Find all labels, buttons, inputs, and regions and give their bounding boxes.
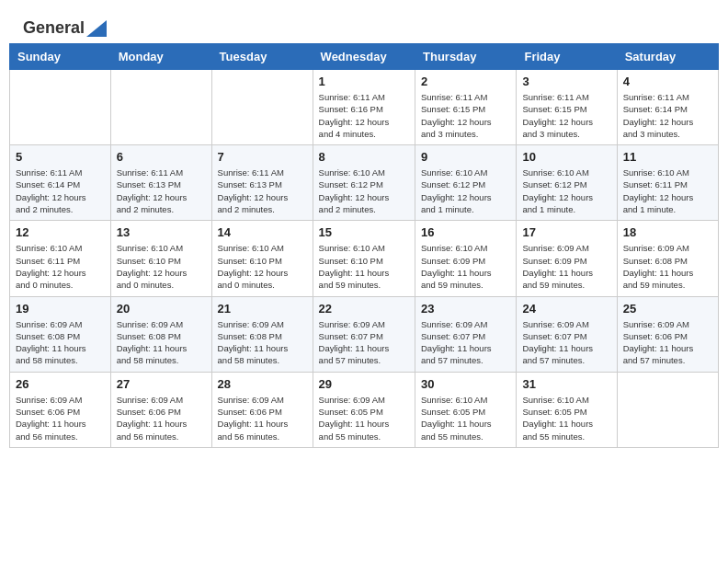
calendar-cell: 28Sunrise: 6:09 AM Sunset: 6:06 PM Dayli…: [211, 372, 313, 447]
day-info: Sunrise: 6:09 AM Sunset: 6:06 PM Dayligh…: [16, 394, 105, 442]
day-info: Sunrise: 6:09 AM Sunset: 6:08 PM Dayligh…: [623, 242, 712, 291]
logo-icon: [86, 20, 107, 37]
day-number: 31: [522, 377, 610, 391]
day-number: 20: [117, 302, 206, 316]
day-number: 24: [522, 302, 610, 316]
calendar-cell: 16Sunrise: 6:10 AM Sunset: 6:09 PM Dayli…: [415, 221, 517, 296]
day-info: Sunrise: 6:09 AM Sunset: 6:06 PM Dayligh…: [218, 394, 307, 442]
day-info: Sunrise: 6:11 AM Sunset: 6:14 PM Dayligh…: [623, 91, 712, 140]
day-number: 5: [16, 150, 105, 164]
day-info: Sunrise: 6:11 AM Sunset: 6:15 PM Dayligh…: [522, 91, 610, 140]
day-number: 2: [421, 75, 510, 88]
day-number: 29: [319, 377, 409, 391]
calendar-cell: 25Sunrise: 6:09 AM Sunset: 6:06 PM Dayli…: [617, 296, 718, 372]
day-number: 27: [117, 377, 206, 391]
calendar-cell: 18Sunrise: 6:09 AM Sunset: 6:08 PM Dayli…: [617, 221, 718, 296]
day-info: Sunrise: 6:10 AM Sunset: 6:10 PM Dayligh…: [218, 242, 307, 291]
calendar: SundayMondayTuesdayWednesdayThursdayFrid…: [9, 43, 719, 448]
day-info: Sunrise: 6:10 AM Sunset: 6:11 PM Dayligh…: [16, 242, 105, 291]
day-header-wednesday: Wednesday: [313, 44, 415, 70]
day-number: 23: [421, 302, 510, 316]
logo: General: [23, 18, 107, 34]
calendar-cell: 7Sunrise: 6:11 AM Sunset: 6:13 PM Daylig…: [211, 145, 313, 221]
day-number: 26: [16, 377, 105, 391]
day-number: 17: [522, 225, 610, 239]
day-number: 12: [16, 225, 105, 239]
day-number: 8: [319, 150, 409, 164]
svg-marker-0: [86, 20, 107, 37]
calendar-cell: 3Sunrise: 6:11 AM Sunset: 6:15 PM Daylig…: [517, 70, 617, 145]
day-number: 22: [319, 302, 409, 316]
calendar-cell: 31Sunrise: 6:10 AM Sunset: 6:05 PM Dayli…: [517, 372, 617, 447]
day-info: Sunrise: 6:11 AM Sunset: 6:13 PM Dayligh…: [117, 167, 206, 215]
day-info: Sunrise: 6:09 AM Sunset: 6:06 PM Dayligh…: [117, 394, 206, 442]
day-number: 3: [522, 75, 610, 88]
calendar-cell: 12Sunrise: 6:10 AM Sunset: 6:11 PM Dayli…: [10, 221, 111, 296]
day-number: 1: [319, 75, 409, 88]
day-number: 9: [421, 150, 510, 164]
calendar-cell: 26Sunrise: 6:09 AM Sunset: 6:06 PM Dayli…: [10, 372, 111, 447]
day-number: 14: [218, 225, 307, 239]
day-info: Sunrise: 6:09 AM Sunset: 6:08 PM Dayligh…: [16, 318, 105, 367]
calendar-cell: 10Sunrise: 6:10 AM Sunset: 6:12 PM Dayli…: [517, 145, 617, 221]
day-info: Sunrise: 6:10 AM Sunset: 6:09 PM Dayligh…: [421, 242, 510, 291]
day-info: Sunrise: 6:09 AM Sunset: 6:08 PM Dayligh…: [218, 318, 307, 367]
calendar-cell: [10, 70, 111, 145]
day-info: Sunrise: 6:09 AM Sunset: 6:07 PM Dayligh…: [319, 318, 409, 367]
day-header-tuesday: Tuesday: [211, 44, 313, 70]
day-info: Sunrise: 6:09 AM Sunset: 6:09 PM Dayligh…: [522, 242, 610, 291]
day-header-thursday: Thursday: [415, 44, 517, 70]
calendar-cell: 5Sunrise: 6:11 AM Sunset: 6:14 PM Daylig…: [10, 145, 111, 221]
calendar-cell: 29Sunrise: 6:09 AM Sunset: 6:05 PM Dayli…: [313, 372, 415, 447]
calendar-cell: 19Sunrise: 6:09 AM Sunset: 6:08 PM Dayli…: [10, 296, 111, 372]
day-header-friday: Friday: [517, 44, 617, 70]
day-info: Sunrise: 6:10 AM Sunset: 6:10 PM Dayligh…: [117, 242, 206, 291]
calendar-cell: 20Sunrise: 6:09 AM Sunset: 6:08 PM Dayli…: [110, 296, 211, 372]
day-info: Sunrise: 6:09 AM Sunset: 6:07 PM Dayligh…: [421, 318, 510, 367]
calendar-cell: 14Sunrise: 6:10 AM Sunset: 6:10 PM Dayli…: [211, 221, 313, 296]
day-number: 4: [623, 75, 712, 88]
calendar-cell: [211, 70, 313, 145]
day-info: Sunrise: 6:10 AM Sunset: 6:05 PM Dayligh…: [522, 394, 610, 442]
day-number: 19: [16, 302, 105, 316]
day-info: Sunrise: 6:09 AM Sunset: 6:07 PM Dayligh…: [522, 318, 610, 367]
calendar-cell: 11Sunrise: 6:10 AM Sunset: 6:11 PM Dayli…: [617, 145, 718, 221]
day-info: Sunrise: 6:09 AM Sunset: 6:06 PM Dayligh…: [623, 318, 712, 367]
logo-general: General: [23, 18, 85, 38]
calendar-cell: 15Sunrise: 6:10 AM Sunset: 6:10 PM Dayli…: [313, 221, 415, 296]
day-number: 7: [218, 150, 307, 164]
calendar-cell: 17Sunrise: 6:09 AM Sunset: 6:09 PM Dayli…: [517, 221, 617, 296]
day-number: 16: [421, 225, 510, 239]
calendar-cell: 22Sunrise: 6:09 AM Sunset: 6:07 PM Dayli…: [313, 296, 415, 372]
day-info: Sunrise: 6:10 AM Sunset: 6:12 PM Dayligh…: [522, 167, 610, 215]
day-info: Sunrise: 6:09 AM Sunset: 6:05 PM Dayligh…: [319, 394, 409, 442]
day-info: Sunrise: 6:11 AM Sunset: 6:15 PM Dayligh…: [421, 91, 510, 140]
day-info: Sunrise: 6:11 AM Sunset: 6:16 PM Dayligh…: [319, 91, 409, 140]
page-header: General: [9, 9, 719, 39]
calendar-cell: [110, 70, 211, 145]
day-number: 28: [218, 377, 307, 391]
day-number: 21: [218, 302, 307, 316]
day-info: Sunrise: 6:10 AM Sunset: 6:05 PM Dayligh…: [421, 394, 510, 442]
calendar-cell: 13Sunrise: 6:10 AM Sunset: 6:10 PM Dayli…: [110, 221, 211, 296]
day-info: Sunrise: 6:10 AM Sunset: 6:12 PM Dayligh…: [319, 167, 409, 215]
day-number: 15: [319, 225, 409, 239]
calendar-cell: 4Sunrise: 6:11 AM Sunset: 6:14 PM Daylig…: [617, 70, 718, 145]
calendar-cell: 23Sunrise: 6:09 AM Sunset: 6:07 PM Dayli…: [415, 296, 517, 372]
calendar-cell: 9Sunrise: 6:10 AM Sunset: 6:12 PM Daylig…: [415, 145, 517, 221]
calendar-cell: 24Sunrise: 6:09 AM Sunset: 6:07 PM Dayli…: [517, 296, 617, 372]
day-info: Sunrise: 6:10 AM Sunset: 6:12 PM Dayligh…: [421, 167, 510, 215]
day-number: 25: [623, 302, 712, 316]
calendar-cell: 2Sunrise: 6:11 AM Sunset: 6:15 PM Daylig…: [415, 70, 517, 145]
day-info: Sunrise: 6:09 AM Sunset: 6:08 PM Dayligh…: [117, 318, 206, 367]
day-number: 13: [117, 225, 206, 239]
calendar-cell: 30Sunrise: 6:10 AM Sunset: 6:05 PM Dayli…: [415, 372, 517, 447]
calendar-cell: 1Sunrise: 6:11 AM Sunset: 6:16 PM Daylig…: [313, 70, 415, 145]
calendar-cell: 8Sunrise: 6:10 AM Sunset: 6:12 PM Daylig…: [313, 145, 415, 221]
day-header-monday: Monday: [110, 44, 211, 70]
calendar-cell: 21Sunrise: 6:09 AM Sunset: 6:08 PM Dayli…: [211, 296, 313, 372]
day-number: 6: [117, 150, 206, 164]
calendar-cell: 27Sunrise: 6:09 AM Sunset: 6:06 PM Dayli…: [110, 372, 211, 447]
day-info: Sunrise: 6:11 AM Sunset: 6:14 PM Dayligh…: [16, 167, 105, 215]
day-header-saturday: Saturday: [617, 44, 718, 70]
